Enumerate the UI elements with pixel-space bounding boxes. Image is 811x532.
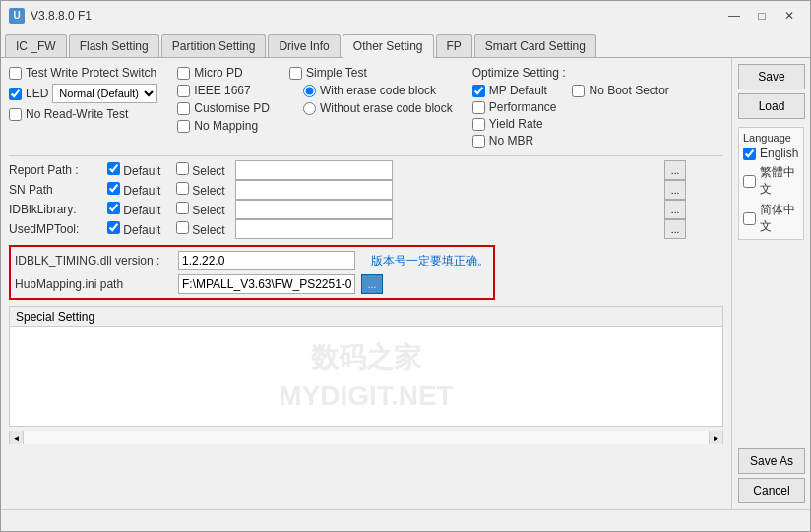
hubmap-input[interactable] — [178, 274, 355, 294]
led-label: LED — [26, 87, 48, 100]
load-button[interactable]: Load — [738, 93, 805, 119]
path-default-checkbox-2[interactable] — [107, 202, 120, 214]
english-checkbox[interactable] — [743, 148, 756, 160]
path-input-cell-1 — [235, 180, 664, 200]
path-select-text-2: Select — [192, 204, 224, 217]
scroll-right-button[interactable]: ► — [709, 431, 722, 444]
tab-fp[interactable]: FP — [436, 34, 472, 57]
tab-flash-setting[interactable]: Flash Setting — [69, 34, 159, 57]
simple-test-checkbox[interactable] — [289, 67, 302, 80]
titlebar-left: U V3.8.8.0 F1 — [9, 8, 92, 24]
traditional-chinese-checkbox[interactable] — [743, 175, 756, 188]
no-mbr-checkbox[interactable] — [472, 135, 485, 148]
status-bar — [1, 509, 810, 531]
path-browse-button-0[interactable]: ... — [664, 160, 686, 180]
path-browse-button-1[interactable]: ... — [664, 180, 686, 200]
yield-rate-checkbox[interactable] — [472, 118, 485, 131]
cancel-button[interactable]: Cancel — [738, 478, 805, 503]
path-select-cell-3: Select — [176, 219, 235, 239]
path-select-checkbox-0[interactable] — [176, 162, 189, 175]
with-erase-row: With erase code block — [303, 84, 453, 97]
path-input-0[interactable] — [235, 160, 393, 180]
timing-input[interactable] — [178, 251, 355, 270]
path-select-checkbox-1[interactable] — [176, 182, 189, 195]
path-input-cell-3 — [235, 219, 664, 239]
ieee-1667-row: IEEE 1667 — [177, 84, 270, 97]
path-row: UsedMPTool: Default Select ... — [9, 219, 723, 239]
path-select-checkbox-2[interactable] — [176, 202, 189, 214]
tab-ic-fw[interactable]: IC _FW — [5, 34, 67, 57]
save-button[interactable]: Save — [738, 64, 805, 89]
optimize-col-left: MP Default Performance Yield Rate — [472, 84, 557, 148]
timing-row: IDBLK_TIMING.dll version : 版本号一定要填正确。 — [15, 251, 489, 270]
close-button[interactable]: ✕ — [777, 6, 802, 26]
path-default-checkbox-3[interactable] — [107, 221, 120, 234]
test-write-protect-checkbox[interactable] — [9, 67, 22, 80]
options-row: Test Write Protect Switch LED Normal (De… — [9, 66, 723, 148]
path-default-cell-1: Default — [107, 180, 176, 200]
special-setting-section: Special Setting 数码之家 MYDIGIT.NET — [9, 306, 723, 427]
hubmap-browse-button[interactable]: ... — [361, 274, 383, 294]
path-label-3: UsedMPTool: — [9, 219, 107, 239]
right-panel: Save Load Language English 繁體中文 简体中文 — [731, 58, 810, 509]
horizontal-scrollbar[interactable]: ◄ ► — [9, 431, 723, 444]
performance-checkbox[interactable] — [472, 101, 485, 114]
path-select-text-1: Select — [192, 184, 224, 198]
path-input-3[interactable] — [235, 219, 393, 239]
no-mbr-label: No MBR — [489, 134, 533, 148]
customise-pd-checkbox[interactable] — [177, 102, 190, 115]
option-group-col1: Test Write Protect Switch LED Normal (De… — [9, 66, 157, 148]
customise-pd-row: Customise PD — [177, 101, 270, 115]
path-browse-cell-2: ... — [664, 200, 723, 219]
path-select-checkbox-3[interactable] — [176, 221, 189, 234]
path-default-text-2: Default — [123, 204, 160, 217]
simplified-chinese-label: 简体中文 — [760, 202, 799, 235]
tab-drive-info[interactable]: Drive Info — [268, 34, 340, 57]
path-row: IDBlkLibrary: Default Select ... — [9, 200, 723, 219]
scroll-left-button[interactable]: ◄ — [10, 431, 24, 444]
path-default-checkbox-0[interactable] — [107, 162, 120, 175]
no-read-write-checkbox[interactable] — [9, 108, 22, 121]
path-input-cell-0 — [235, 160, 664, 180]
path-input-2[interactable] — [235, 200, 393, 219]
test-write-protect-label: Test Write Protect Switch — [26, 66, 156, 80]
watermark: 数码之家 MYDIGIT.NET — [279, 338, 453, 415]
no-boot-sector-checkbox[interactable] — [572, 85, 585, 97]
optimize-title: Optimize Setting : — [472, 66, 669, 80]
tab-smart-card-setting[interactable]: Smart Card Setting — [474, 34, 596, 57]
minimize-button[interactable]: — — [721, 6, 747, 26]
option-group-optimize: Optimize Setting : MP Default Performanc… — [472, 66, 669, 148]
path-default-text-1: Default — [123, 184, 160, 198]
path-input-1[interactable] — [235, 180, 393, 200]
timing-note: 版本号一定要填正确。 — [371, 253, 489, 269]
without-erase-row: Without erase code block — [303, 101, 453, 115]
with-erase-radio[interactable] — [303, 85, 316, 97]
app-icon: U — [9, 8, 25, 24]
without-erase-radio[interactable] — [303, 102, 316, 115]
tab-partition-setting[interactable]: Partition Setting — [161, 34, 267, 57]
no-mapping-row: No Mapping — [177, 119, 270, 133]
no-read-write-label: No Read-Write Test — [26, 107, 128, 121]
led-checkbox[interactable] — [9, 88, 22, 100]
ieee-1667-checkbox[interactable] — [177, 85, 190, 97]
micro-pd-checkbox[interactable] — [177, 67, 190, 80]
no-boot-sector-label: No Boot Sector — [589, 84, 668, 97]
path-default-text-3: Default — [123, 223, 160, 237]
simplified-chinese-checkbox[interactable] — [743, 212, 756, 225]
path-default-checkbox-1[interactable] — [107, 182, 120, 195]
path-select-text-3: Select — [192, 223, 224, 237]
path-select-cell-0: Select — [176, 160, 235, 180]
no-mbr-row: No MBR — [472, 134, 557, 148]
no-mapping-checkbox[interactable] — [177, 120, 190, 133]
mp-default-checkbox[interactable] — [472, 85, 485, 97]
path-browse-button-2[interactable]: ... — [664, 200, 686, 219]
yield-rate-row: Yield Rate — [472, 117, 557, 131]
no-read-write-row: No Read-Write Test — [9, 107, 157, 121]
path-browse-button-3[interactable]: ... — [664, 219, 686, 239]
tab-other-setting[interactable]: Other Setting — [343, 34, 434, 58]
maximize-button[interactable]: □ — [749, 6, 775, 26]
english-label: English — [760, 147, 798, 160]
save-as-button[interactable]: Save As — [738, 448, 805, 474]
special-setting-body: 数码之家 MYDIGIT.NET — [10, 327, 722, 426]
led-select[interactable]: Normal (Default) Always On Always Off Bl… — [52, 84, 157, 103]
